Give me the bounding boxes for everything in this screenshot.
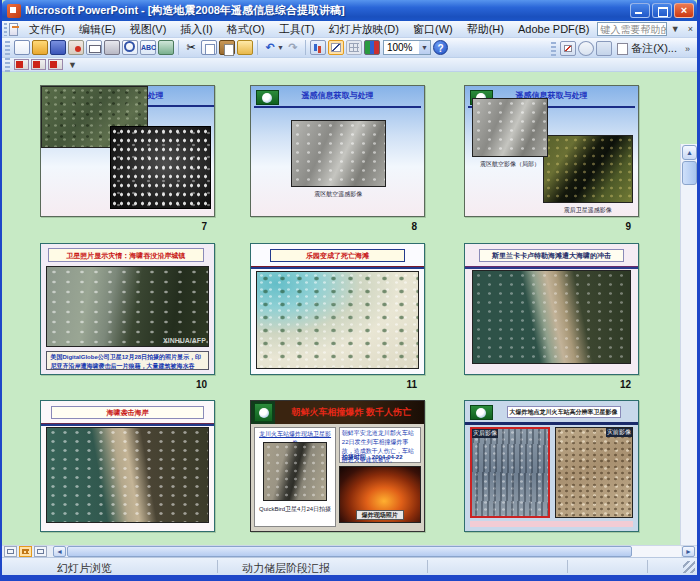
menu-insert[interactable]: 插入(I) bbox=[173, 21, 219, 38]
standard-toolbar: ABC ✂ ↶ ▼ ↷ 100% ▼ ? 备注(X)... » bbox=[2, 38, 697, 58]
help-question-input[interactable]: 键入需要帮助的问题 bbox=[597, 22, 667, 36]
new-document-icon[interactable] bbox=[14, 40, 30, 55]
print-preview-icon[interactable] bbox=[122, 40, 138, 55]
design-template-label: 动力储层阶段汇报 bbox=[242, 561, 330, 576]
undo-icon[interactable]: ↶ bbox=[262, 40, 278, 55]
slide-thumbnail-7[interactable]: 遥感信息获取与处理 7 bbox=[40, 85, 215, 233]
print-icon[interactable] bbox=[104, 40, 120, 55]
menu-adobe-pdf[interactable]: Adobe PDF(B) bbox=[511, 22, 597, 36]
spelling-icon[interactable]: ABC bbox=[140, 40, 156, 55]
slide-thumbnail-8[interactable]: 遥感信息获取与处理 震区航空遥感影像 8 bbox=[250, 85, 425, 233]
slide-number: 9 bbox=[464, 221, 639, 232]
help-icon[interactable]: ? bbox=[433, 40, 448, 55]
menu-window[interactable]: 窗口(W) bbox=[406, 21, 460, 38]
slide-thumbnail-15[interactable]: 大爆炸地点龙川火车站高分辨率卫星影像对比图 灾后影像 灾前影像 bbox=[464, 400, 639, 548]
scroll-right-icon[interactable]: ► bbox=[682, 546, 695, 557]
research-icon[interactable] bbox=[158, 40, 174, 55]
slide-thumbnail-14[interactable]: 朝鲜火车相撞爆炸 数千人伤亡 龙川火车站爆炸现场卫星影像 QuickBird卫星… bbox=[250, 400, 425, 548]
resize-grip[interactable] bbox=[683, 561, 695, 573]
horizontal-scrollbar[interactable] bbox=[67, 546, 681, 557]
show-formatting-icon[interactable] bbox=[328, 40, 344, 55]
scroll-left-icon[interactable]: ◄ bbox=[53, 546, 66, 557]
slide-title: 乐园变成了死亡海滩 bbox=[270, 249, 405, 262]
slide-sorter-view-button[interactable] bbox=[19, 546, 32, 557]
vertical-scrollbar[interactable]: ▲ ▼ bbox=[680, 144, 697, 581]
slideshow-view-button[interactable] bbox=[34, 546, 47, 557]
document-close-icon[interactable]: × bbox=[684, 24, 697, 34]
menu-help[interactable]: 帮助(H) bbox=[460, 21, 511, 38]
title-bar: Microsoft PowerPoint - [构造地震2008年遥感信息综合提… bbox=[2, 0, 697, 21]
hide-slide-icon[interactable] bbox=[560, 41, 576, 56]
close-button[interactable]: × bbox=[674, 3, 694, 18]
paste-icon[interactable] bbox=[219, 40, 235, 55]
toolbar-overflow-icon[interactable]: » bbox=[681, 44, 694, 54]
station-satellite-image bbox=[263, 442, 326, 501]
notes-icon bbox=[617, 43, 628, 55]
title-band: 朝鲜火车相撞爆炸 数千人伤亡 bbox=[251, 401, 424, 424]
slide-title: 卫星照片显示灾情：海啸吞没沿岸城镇 bbox=[48, 248, 204, 262]
ask-dropdown-icon[interactable]: ▼ bbox=[667, 24, 684, 34]
grid-icon[interactable] bbox=[346, 40, 362, 55]
slide-thumbnail-11[interactable]: 乐园变成了死亡海滩 11 bbox=[250, 243, 425, 391]
cut-icon[interactable]: ✂ bbox=[183, 40, 199, 55]
convert-and-email-icon[interactable] bbox=[31, 59, 46, 70]
pre-disaster-image: 灾前影像 bbox=[555, 427, 633, 518]
undo-dropdown-icon[interactable]: ▼ bbox=[277, 44, 284, 51]
slide-number: 8 bbox=[250, 221, 425, 232]
slide-thumbnail-12[interactable]: 斯里兰卡卡卢特勒海滩遭大海啸的冲击 12 bbox=[464, 243, 639, 391]
title-rule bbox=[251, 266, 424, 269]
permission-icon[interactable] bbox=[68, 40, 84, 55]
scroll-up-icon[interactable]: ▲ bbox=[682, 145, 697, 160]
vertical-scroll-thumb[interactable] bbox=[682, 161, 697, 185]
slide-title: 斯里兰卡卡卢特勒海滩遭大海啸的冲击 bbox=[479, 249, 624, 262]
slide-thumbnail-13[interactable]: 海啸袭击海岸 bbox=[40, 400, 215, 548]
slide-thumbnail-10[interactable]: 卫星照片显示灾情：海啸吞没沿岸城镇 XINHUA/AFP 美国DigitalGl… bbox=[40, 243, 215, 391]
transition-icon[interactable] bbox=[596, 41, 612, 56]
format-painter-icon[interactable] bbox=[237, 40, 253, 55]
text-panel: 朝鲜平安北道龙川郡火车站22日发生列车相撞爆炸事故，造成数千人伤亡，车站附近大量… bbox=[339, 427, 420, 463]
menu-slideshow[interactable]: 幻灯片放映(D) bbox=[322, 21, 406, 38]
slide-sorter-pane[interactable]: 遥感信息获取与处理 7 遥感信息获取与处理 震区航空遥感影像 8 遥感信息获取与… bbox=[2, 72, 697, 545]
insert-chart-icon[interactable] bbox=[310, 40, 326, 55]
color-grayscale-icon[interactable] bbox=[364, 40, 380, 55]
toolbar-grip[interactable] bbox=[5, 58, 10, 72]
toolbar-grip[interactable] bbox=[551, 42, 556, 56]
normal-view-button[interactable] bbox=[4, 546, 17, 557]
horizontal-scroll-thumb[interactable] bbox=[67, 546, 632, 557]
slide-number: 10 bbox=[40, 379, 215, 390]
toolbar-grip[interactable] bbox=[4, 23, 7, 36]
open-folder-icon[interactable] bbox=[32, 40, 48, 55]
window-title: Microsoft PowerPoint - [构造地震2008年遥感信息综合提… bbox=[25, 3, 630, 18]
redo-icon[interactable]: ↷ bbox=[285, 40, 301, 55]
globe-logo bbox=[470, 405, 492, 421]
menu-tools[interactable]: 工具(T) bbox=[272, 21, 322, 38]
email-icon[interactable] bbox=[86, 40, 102, 55]
slide-title: 海啸袭击海岸 bbox=[51, 406, 203, 419]
menu-view[interactable]: 视图(V) bbox=[123, 21, 174, 38]
menu-format[interactable]: 格式(O) bbox=[220, 21, 272, 38]
maximize-button[interactable] bbox=[652, 3, 672, 18]
slide-thumbnail-9[interactable]: 遥感信息获取与处理 震区航空影像（局部） 震后卫星遥感影像 9 bbox=[464, 85, 639, 233]
zoom-dropdown-icon[interactable]: ▼ bbox=[419, 41, 430, 54]
sorter-toolbar: 备注(X)... » bbox=[548, 40, 694, 57]
slide-title: 大爆炸地点龙川火车站高分辨率卫星影像对比图 bbox=[507, 406, 621, 418]
menu-file[interactable]: 文件(F) bbox=[22, 21, 72, 38]
copy-icon[interactable] bbox=[201, 40, 217, 55]
rehearse-timings-icon[interactable] bbox=[578, 41, 594, 56]
menu-edit[interactable]: 编辑(E) bbox=[72, 21, 123, 38]
convert-to-pdf-icon[interactable] bbox=[14, 59, 29, 70]
view-name-label: 幻灯片浏览 bbox=[57, 561, 112, 576]
status-bar: 幻灯片浏览 动力储层阶段汇报 bbox=[2, 557, 697, 575]
document-icon[interactable] bbox=[9, 23, 18, 36]
notes-button[interactable]: 备注(X)... bbox=[613, 40, 681, 57]
toolbar-grip[interactable] bbox=[5, 41, 10, 55]
powerpoint-app-icon[interactable] bbox=[7, 4, 21, 18]
convert-and-review-icon[interactable] bbox=[48, 59, 63, 70]
satellite-image bbox=[543, 135, 633, 203]
minimize-button[interactable] bbox=[630, 3, 650, 18]
adobe-pdf-toolbar: ▼ bbox=[2, 58, 697, 72]
coast-image bbox=[472, 270, 631, 364]
save-icon[interactable] bbox=[50, 40, 66, 55]
zoom-select[interactable]: 100% ▼ bbox=[383, 40, 431, 55]
pdfbar-overflow-icon[interactable]: ▼ bbox=[64, 60, 81, 70]
